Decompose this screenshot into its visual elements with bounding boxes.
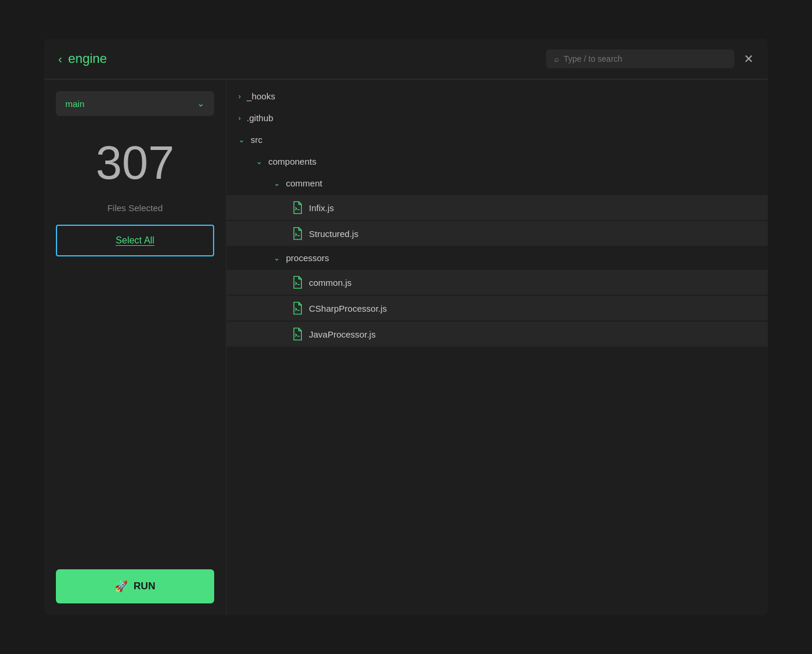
chevron-right-icon: › (238, 92, 241, 101)
file-common[interactable]: common.js (227, 270, 768, 295)
file-name: CSharpProcessor.js (309, 303, 387, 313)
branch-label: main (65, 99, 85, 109)
folder-name: comment (286, 178, 322, 188)
file-icon (291, 276, 303, 289)
file-name: Structured.js (309, 229, 358, 239)
file-icon (291, 201, 303, 214)
file-tree[interactable]: › _hooks › .github ⌄ src ⌄ components ⌄ … (227, 79, 768, 615)
header-left: ‹ engine (58, 51, 107, 66)
chevron-down-icon: ⌄ (274, 179, 280, 188)
folder-name: _hooks (247, 91, 275, 101)
folder-hooks[interactable]: › _hooks (227, 85, 768, 107)
file-name: JavaProcessor.js (309, 329, 375, 339)
file-infix[interactable]: Infix.js (227, 195, 768, 220)
folder-name: .github (247, 113, 273, 123)
run-label: RUN (134, 580, 155, 592)
branch-dropdown[interactable]: main ⌄ (56, 91, 214, 116)
folder-processors[interactable]: ⌄ processors (227, 247, 768, 269)
chevron-right-icon: › (238, 114, 241, 122)
file-csharp[interactable]: CSharpProcessor.js (227, 296, 768, 321)
folder-components[interactable]: ⌄ components (227, 151, 768, 172)
chevron-down-icon: ⌄ (238, 135, 245, 144)
file-name: Infix.js (309, 203, 334, 213)
back-button[interactable]: ‹ (58, 52, 62, 66)
search-icon: ⌕ (554, 54, 559, 64)
files-selected-label: Files Selected (107, 203, 162, 213)
close-button[interactable]: ✕ (744, 52, 754, 66)
chevron-down-icon: ⌄ (197, 98, 205, 109)
file-structured[interactable]: Structured.js (227, 221, 768, 246)
chevron-down-icon: ⌄ (274, 253, 280, 262)
folder-comment[interactable]: ⌄ comment (227, 172, 768, 194)
file-java[interactable]: JavaProcessor.js (227, 322, 768, 346)
file-icon (291, 328, 303, 341)
page-title: engine (68, 51, 107, 66)
search-input[interactable] (564, 54, 726, 64)
folder-name: processors (286, 253, 329, 263)
rocket-icon: 🚀 (115, 580, 128, 593)
run-button[interactable]: 🚀 RUN (56, 569, 214, 603)
main-window: ‹ engine ⌕ ✕ main ⌄ 307 Files Selected S… (44, 39, 768, 615)
header-right: ⌕ ✕ (546, 49, 754, 68)
folder-src[interactable]: ⌄ src (227, 129, 768, 151)
folder-name: components (268, 156, 317, 166)
file-icon (291, 302, 303, 315)
header: ‹ engine ⌕ ✕ (44, 39, 768, 79)
search-box[interactable]: ⌕ (546, 49, 734, 68)
folder-github[interactable]: › .github (227, 107, 768, 129)
file-name: common.js (309, 278, 352, 288)
chevron-down-icon: ⌄ (256, 157, 262, 166)
select-all-button[interactable]: Select All (56, 225, 214, 256)
file-icon (291, 227, 303, 240)
files-count: 307 (96, 139, 174, 186)
body: main ⌄ 307 Files Selected Select All 🚀 R… (44, 79, 768, 615)
folder-name: src (251, 135, 262, 145)
sidebar: main ⌄ 307 Files Selected Select All 🚀 R… (44, 79, 227, 615)
